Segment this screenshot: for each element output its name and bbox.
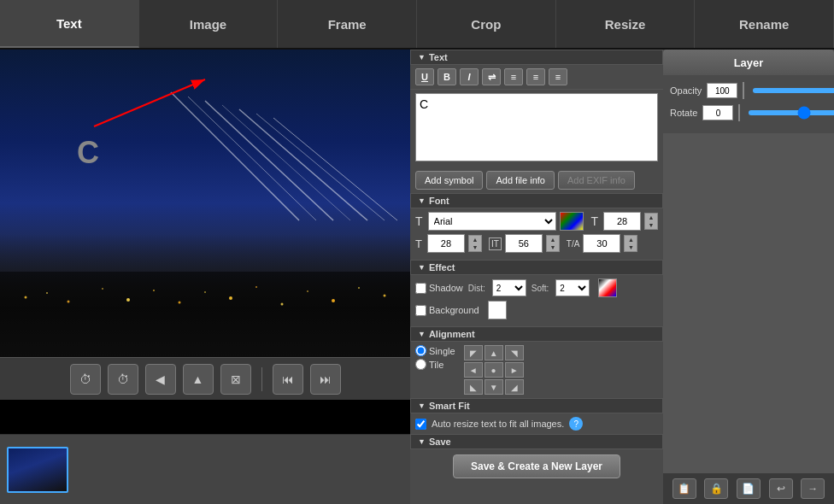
layer-panel-title: Layer	[663, 50, 834, 75]
tracking-input[interactable]	[583, 234, 620, 253]
tab-rename[interactable]: Rename	[695, 0, 834, 48]
line-height-label: IT	[489, 237, 502, 250]
svg-point-4	[102, 288, 103, 290]
font-size-label: T	[415, 237, 422, 250]
background-checkbox-label[interactable]: Background	[415, 305, 479, 316]
filmstrip	[0, 434, 410, 504]
layer-undo-btn[interactable]: ↩	[769, 478, 793, 499]
layer-footer: 📋 🔒 📄 ↩ →	[663, 472, 834, 504]
align-center-btn[interactable]: ≡	[526, 68, 545, 85]
align-top-left[interactable]: ◤	[464, 345, 483, 360]
font-size-input-2[interactable]	[427, 234, 465, 253]
tab-crop[interactable]: Crop	[417, 0, 556, 48]
add-info-row: Add symbol Add file info Add EXIF info	[410, 167, 663, 193]
add-symbol-btn[interactable]: Add symbol	[415, 171, 483, 190]
background-color-swatch[interactable]	[488, 301, 507, 319]
grid-btn[interactable]: ⊠	[220, 364, 251, 395]
align-middle-right[interactable]: ►	[505, 362, 524, 378]
add-file-info-btn[interactable]: Add file info	[486, 171, 554, 190]
rotate-slider[interactable]	[749, 110, 834, 115]
rotate-label: Rotate	[670, 108, 697, 118]
align-middle-left[interactable]: ◄	[464, 362, 483, 378]
main-area: C ⏱ ⏱ ◀ ▲ ⊠ ⏮	[0, 50, 834, 504]
opacity-slider[interactable]	[753, 88, 834, 93]
font-size-spinner-1[interactable]: ▲ ▼	[644, 213, 658, 230]
dist-select[interactable]: 234	[492, 279, 526, 296]
svg-point-5	[126, 298, 130, 302]
tile-radio[interactable]	[415, 359, 426, 370]
add-exif-info-btn[interactable]: Add EXIF info	[558, 171, 635, 190]
fit-width-btn[interactable]: ⇌	[482, 68, 501, 85]
smartfit-section: Auto resize text to fit all images. ?	[410, 413, 663, 434]
shadow-checkbox[interactable]	[415, 283, 426, 294]
align-center[interactable]: ●	[485, 362, 503, 378]
save-create-layer-btn[interactable]: Save & Create a New Layer	[453, 454, 620, 478]
line-height-spinner[interactable]: ▲ ▼	[546, 235, 560, 252]
align-bottom-right[interactable]: ◢	[505, 379, 524, 395]
layer-lock-btn[interactable]: 🔒	[704, 478, 728, 499]
align-right-btn[interactable]: ≡	[549, 68, 567, 85]
canvas-image: C	[0, 50, 410, 357]
rotate-spinner[interactable]: ▲ ▼	[738, 104, 740, 121]
svg-point-9	[229, 296, 232, 300]
timer-btn-2[interactable]: ⏱	[108, 364, 138, 395]
font-size-spinner-2[interactable]: ▲ ▼	[468, 235, 482, 252]
svg-point-15	[384, 295, 386, 297]
soft-select[interactable]: 234	[555, 279, 590, 296]
auto-resize-checkbox[interactable]	[415, 419, 426, 430]
text-input[interactable]: C	[415, 93, 658, 161]
single-radio-label[interactable]: Single	[415, 345, 455, 356]
svg-line-22	[273, 118, 397, 220]
background-checkbox[interactable]	[415, 305, 426, 316]
line-height-input[interactable]	[505, 234, 543, 253]
svg-point-7	[179, 302, 181, 304]
bold-btn[interactable]: B	[438, 68, 456, 85]
layer-copy-btn[interactable]: 📋	[672, 478, 696, 499]
single-radio[interactable]	[415, 345, 426, 356]
layer-exit-btn[interactable]: →	[801, 478, 825, 499]
tile-radio-label[interactable]: Tile	[415, 359, 455, 370]
font-size-icon: T	[590, 214, 598, 228]
svg-point-6	[153, 290, 155, 291]
font-family-select[interactable]: Arial Times New Roman Verdana	[428, 212, 557, 231]
align-top-right[interactable]: ◥	[505, 345, 524, 360]
shadow-checkbox-label[interactable]: Shadow	[415, 283, 463, 294]
opacity-input[interactable]	[707, 83, 737, 98]
svg-point-2	[46, 292, 48, 294]
align-bottom-left[interactable]: ◣	[464, 379, 483, 395]
timer-btn-1[interactable]: ⏱	[70, 364, 101, 395]
tab-image[interactable]: Image	[139, 0, 279, 48]
save-section: Save & Create a New Layer	[410, 449, 663, 483]
film-thumb-1[interactable]	[7, 447, 68, 493]
align-bottom-center[interactable]: ▼	[485, 379, 503, 395]
tracking-spinner[interactable]: ▲ ▼	[624, 235, 637, 252]
smartfit-section-header: Smart Fit	[410, 398, 663, 413]
layer-panel: Layer Opacity ▲ ▼ Rotate ▲ ▼	[663, 50, 834, 504]
opacity-spinner[interactable]: ▲ ▼	[743, 82, 744, 99]
tab-resize[interactable]: Resize	[556, 0, 696, 48]
help-icon[interactable]: ?	[569, 417, 583, 431]
tab-frame[interactable]: Frame	[278, 0, 417, 48]
layer-body	[663, 133, 834, 472]
prev-frame-btn[interactable]: ⏮	[273, 364, 303, 395]
flip-btn[interactable]: ◀	[145, 364, 176, 395]
effect-section-header: Effect	[410, 260, 663, 275]
layer-new-btn[interactable]: 📄	[737, 478, 761, 499]
font-size-input-1[interactable]	[603, 212, 641, 231]
alignment-radio-group: Single Tile	[415, 345, 455, 395]
align-top-center[interactable]: ▲	[485, 345, 503, 360]
canvas-viewport: C ⏱ ⏱ ◀ ▲ ⊠ ⏮	[0, 50, 410, 434]
shadow-color-swatch[interactable]	[598, 278, 617, 297]
tab-text[interactable]: Text	[0, 0, 139, 48]
text-section-header: Text	[410, 50, 663, 65]
font-color-swatch[interactable]	[560, 212, 584, 231]
italic-btn[interactable]: I	[460, 68, 479, 85]
rotate-btn[interactable]: ▲	[183, 364, 214, 395]
rotate-input[interactable]	[702, 105, 733, 120]
film-thumb-image-1	[9, 448, 67, 491]
align-left-btn[interactable]: ≡	[504, 68, 523, 85]
svg-rect-0	[0, 272, 410, 357]
underline-btn[interactable]: U	[415, 68, 434, 85]
canvas-area: C ⏱ ⏱ ◀ ▲ ⊠ ⏮	[0, 50, 410, 504]
next-frame-btn[interactable]: ⏭	[310, 364, 341, 395]
